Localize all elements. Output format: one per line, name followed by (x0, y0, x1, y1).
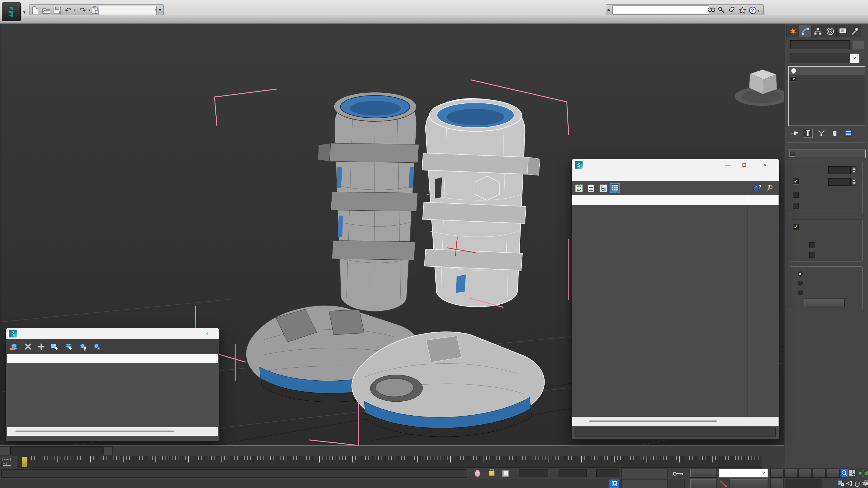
asset-horizontal-scrollbar[interactable] (572, 417, 779, 426)
project-folder-icon[interactable] (90, 6, 99, 15)
asset-path-field[interactable] (574, 428, 776, 437)
play-button[interactable] (798, 468, 812, 478)
tab-hierarchy[interactable] (811, 26, 824, 37)
key-mode-toggle-button[interactable] (770, 479, 784, 488)
zoom-all-icon[interactable] (848, 468, 856, 478)
go-to-end-button[interactable] (826, 468, 840, 478)
new-layer-icon[interactable] (9, 342, 19, 352)
update-button[interactable] (804, 298, 844, 307)
iterations-field[interactable] (828, 166, 851, 174)
smoothing-groups-checkbox[interactable] (809, 252, 815, 258)
delete-layer-icon[interactable] (23, 342, 33, 352)
tab-display[interactable] (836, 26, 849, 37)
rollout-collapse-icon[interactable]: − (789, 151, 795, 157)
application-menu-caret-icon[interactable]: ▼ (21, 9, 27, 16)
zoom-extents-all-icon[interactable] (863, 468, 868, 478)
modifier-enable-bulb-icon[interactable] (791, 68, 796, 73)
search-input[interactable] (613, 5, 709, 14)
scrollbar-thumb[interactable] (589, 421, 717, 422)
undo-dropdown-caret-icon[interactable]: ▾ (74, 8, 76, 12)
refresh-icon[interactable] (574, 183, 584, 193)
close-button[interactable] (852, 0, 866, 8)
zoom-extents-icon[interactable] (856, 468, 864, 478)
list-view-icon[interactable] (586, 183, 596, 193)
render-iters-checkbox[interactable] (793, 178, 799, 184)
tab-utilities[interactable] (849, 26, 861, 37)
redo-icon[interactable]: ↷ (78, 6, 87, 15)
minimize-button[interactable] (809, 0, 823, 8)
subscription-key-icon[interactable] (717, 6, 726, 14)
y-coordinate-field[interactable] (559, 469, 587, 477)
application-menu-button[interactable] (2, 2, 21, 21)
redo-dropdown-caret-icon[interactable]: ▾ (89, 8, 90, 12)
time-configuration-icon[interactable] (837, 479, 845, 488)
materials-checkbox[interactable] (809, 242, 815, 248)
workspace-dropdown-button[interactable]: ▼ (158, 6, 162, 14)
time-slider-display[interactable] (10, 446, 103, 455)
open-mini-curve-editor-button[interactable] (1, 457, 15, 467)
close-icon[interactable]: × (201, 330, 213, 337)
tab-create[interactable] (786, 26, 799, 37)
isoline-display-checkbox[interactable] (793, 192, 799, 198)
field-of-view-icon[interactable] (845, 479, 853, 488)
context-help-icon[interactable]: ? (765, 183, 774, 193)
previous-frame-button[interactable] (784, 468, 798, 478)
workspace-caret-icon[interactable]: ▾ (155, 8, 157, 12)
update-always-radio[interactable] (798, 271, 803, 277)
selection-set-dropdown[interactable] (719, 468, 768, 478)
favorites-star-icon[interactable] (738, 6, 747, 14)
asset-tracking-titlebar[interactable]: — □ × (572, 159, 779, 170)
info-help-icon[interactable]: ? (752, 183, 762, 193)
hierarchy-view-icon[interactable] (598, 183, 608, 193)
notification-balloon-icon[interactable] (475, 470, 480, 477)
remove-modifier-icon[interactable] (830, 129, 839, 137)
update-when-rendering-radio[interactable] (798, 281, 803, 286)
table-view-icon[interactable] (610, 183, 620, 193)
go-to-start-button[interactable] (770, 468, 784, 478)
current-frame-field[interactable] (785, 479, 822, 488)
zoom-icon[interactable] (840, 468, 848, 478)
object-color-swatch[interactable] (853, 40, 864, 50)
help-icon[interactable]: ? (748, 6, 757, 14)
set-key-button[interactable] (690, 479, 717, 488)
new-scene-icon[interactable] (31, 6, 40, 15)
update-manually-radio[interactable] (798, 290, 803, 295)
add-time-tag[interactable] (621, 479, 668, 488)
stack-item-turbosmooth[interactable] (788, 67, 865, 75)
absolute-mode-transform-icon[interactable] (502, 470, 509, 477)
scrollbar-thumb[interactable] (16, 430, 174, 432)
make-unique-icon[interactable] (817, 129, 826, 137)
select-layer-icon[interactable] (64, 342, 74, 352)
help-dropdown-caret-icon[interactable]: ▾ (757, 9, 760, 13)
tab-modify[interactable] (799, 26, 811, 37)
stack-item-editable-poly[interactable]: + (788, 75, 865, 83)
maximize-button[interactable]: □ (738, 161, 750, 169)
layer-horizontal-scrollbar[interactable] (7, 427, 218, 436)
next-frame-button[interactable] (812, 468, 826, 478)
search-icon[interactable] (707, 6, 716, 14)
undo-icon[interactable]: ↶ (64, 6, 73, 15)
previous-frame-button[interactable] (0, 446, 9, 455)
smooth-result-checkbox[interactable] (793, 224, 799, 230)
key-filters-button[interactable] (730, 479, 768, 488)
time-slider-handle[interactable] (22, 457, 27, 467)
layer-dialog-titlebar[interactable]: × (6, 328, 219, 339)
configure-modifier-sets-icon[interactable] (844, 129, 853, 137)
save-file-icon[interactable] (53, 6, 62, 15)
modifier-list-caret-icon[interactable]: ˅ (850, 54, 860, 63)
turbosmooth-rollout-header[interactable] (788, 150, 866, 158)
modifier-list-dropdown[interactable] (790, 54, 860, 63)
highlight-layer-icon[interactable] (78, 342, 88, 352)
close-icon[interactable]: × (759, 161, 771, 169)
pin-stack-icon[interactable] (789, 129, 799, 137)
minimize-button[interactable]: — (722, 161, 734, 169)
keyboard-shortcut-override-icon[interactable] (673, 471, 683, 476)
pan-hand-icon[interactable] (853, 479, 861, 488)
communication-center-icon[interactable] (727, 6, 737, 14)
selection-lock-icon[interactable] (489, 471, 495, 476)
auto-key-button[interactable] (690, 468, 717, 478)
explicit-normals-checkbox[interactable] (793, 203, 799, 208)
layer-properties-icon[interactable] (92, 342, 102, 352)
x-coordinate-field[interactable] (519, 469, 548, 477)
iterations-spinner[interactable] (851, 166, 857, 174)
